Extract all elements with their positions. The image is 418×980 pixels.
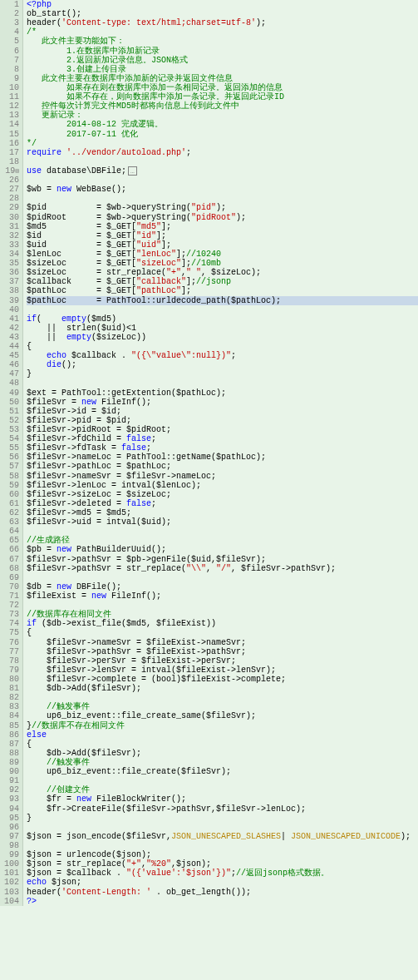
code-line[interactable]: $sizeLoc = $_GET["sizeLoc"];//10mb: [27, 259, 418, 268]
code-line[interactable]: 2014-08-12 完成逻辑。: [27, 120, 418, 129]
code-line[interactable]: || strlen($uid)<1: [27, 324, 418, 333]
code-line[interactable]: $fileSvr->pidRoot = $pidRoot;: [27, 425, 418, 434]
code-line[interactable]: $fileSvr->nameSvr = $fileExist->nameSvr;: [27, 638, 418, 647]
code-line[interactable]: $fileSvr->lenSvr = intval($fileExist->le…: [27, 666, 418, 675]
code-line[interactable]: $fileSvr->md5 = $md5;: [27, 508, 418, 517]
code-line[interactable]: require '../vendor/autoload.php';: [27, 148, 418, 157]
code-line[interactable]: ob_start();: [27, 9, 418, 18]
code-line[interactable]: [27, 573, 418, 582]
code-line[interactable]: 2.返回新加记录信息。JSON格式: [27, 56, 418, 65]
code-line[interactable]: $fileExist = new FileInf();: [27, 591, 418, 601]
code-line[interactable]: $fileSvr->pathSvr = $fileExist->pathSvr;: [27, 647, 418, 656]
code-line[interactable]: */: [27, 139, 418, 148]
code-line[interactable]: {: [27, 342, 418, 351]
code-line[interactable]: $fr->CreateFile($fileSvr->pathSvr,$fileS…: [27, 804, 418, 814]
code-line[interactable]: [27, 823, 418, 832]
code-line[interactable]: $json = $callback . "({'value':'$json'})…: [27, 869, 418, 878]
code-line[interactable]: 控件每次计算完文件MD5时都将向信息上传到此文件中: [27, 101, 418, 111]
code-line[interactable]: $pathLoc = PathTool::urldecode_path($pat…: [27, 296, 418, 305]
code-line[interactable]: use database\DBFile;…: [27, 166, 418, 176]
code-line[interactable]: $pidRoot = $wb->queryString("pidRoot");: [27, 213, 418, 222]
code-line[interactable]: up6_biz_event::file_create_same($fileSvr…: [27, 711, 418, 720]
code-line[interactable]: echo $callback . "({\"value\":null})";: [27, 351, 418, 360]
code-line[interactable]: }: [27, 814, 418, 823]
code-line[interactable]: || empty($sizeLoc)): [27, 333, 418, 342]
code-line[interactable]: up6_biz_event::file_create($fileSvr);: [27, 767, 418, 776]
code-line[interactable]: 如果存在则在数据库中添加一条相同记录。返回添加的信息: [27, 83, 418, 92]
code-line[interactable]: $ext = PathTool::getExtention($pathLoc);: [27, 389, 418, 398]
code-line[interactable]: $id = $_GET["id"];: [27, 231, 418, 240]
code-line[interactable]: $pid = $wb->queryString("pid");: [27, 203, 418, 212]
code-line[interactable]: 更新记录：: [27, 111, 418, 120]
code-line[interactable]: $sizeLoc = str_replace("+"," ", $sizeLoc…: [27, 268, 418, 277]
code-line[interactable]: [27, 527, 418, 536]
code-line[interactable]: $fileSvr->pathSvr = $pb->genFile($uid,$f…: [27, 555, 418, 564]
code-line[interactable]: {: [27, 628, 418, 637]
code-line[interactable]: //数据库存在相同文件: [27, 610, 418, 619]
code-line[interactable]: $db->Add($fileSvr);: [27, 749, 418, 758]
code-line[interactable]: $fileSvr = new FileInf();: [27, 398, 418, 407]
code-line[interactable]: $fileSvr->fdChild = false;: [27, 434, 418, 443]
code-line[interactable]: $fileSvr->deleted = false;: [27, 499, 418, 508]
code-line[interactable]: die();: [27, 360, 418, 369]
code-line[interactable]: $json = urlencode($json);: [27, 850, 418, 859]
code-area[interactable]: <?phpob_start();header('Content-type: te…: [23, 0, 418, 906]
code-line[interactable]: [27, 305, 418, 314]
code-line[interactable]: 3.创建上传目录: [27, 65, 418, 74]
code-line[interactable]: $wb = new WebBase();: [27, 185, 418, 194]
code-line[interactable]: else: [27, 730, 418, 740]
code-line[interactable]: //触发事件: [27, 702, 418, 711]
code-line[interactable]: echo $json;: [27, 878, 418, 887]
code-line[interactable]: $fileSvr->complete = (bool)$fileExist->c…: [27, 675, 418, 684]
code-line[interactable]: [27, 176, 418, 185]
code-line[interactable]: $fileSvr->fdTask = false;: [27, 443, 418, 453]
code-line[interactable]: ?>: [27, 897, 418, 906]
code-line[interactable]: <?php: [27, 0, 418, 9]
code-line[interactable]: [27, 776, 418, 785]
code-line[interactable]: $pathLoc = $_GET["pathLoc"];: [27, 286, 418, 295]
code-line[interactable]: $fileSvr->nameSvr = $fileSvr->nameLoc;: [27, 472, 418, 481]
code-line[interactable]: $lenLoc = $_GET["lenLoc"];//10240: [27, 250, 418, 259]
code-line[interactable]: $json = json_encode($fileSvr,JSON_UNESCA…: [27, 832, 418, 841]
code-line[interactable]: $pb = new PathBuilderUuid();: [27, 545, 418, 554]
code-line[interactable]: $fr = new FileBlockWriter();: [27, 794, 418, 804]
code-line[interactable]: header('Content-Length: ' . ob_get_lengt…: [27, 888, 418, 897]
code-line[interactable]: 此文件主要功能如下：: [27, 37, 418, 46]
code-line[interactable]: $fileSvr->nameLoc = PathTool::getName($p…: [27, 453, 418, 462]
code-line[interactable]: $fileSvr->pathLoc = $pathLoc;: [27, 462, 418, 471]
code-line[interactable]: $fileSvr->lenLoc = intval($lenLoc);: [27, 481, 418, 490]
code-line[interactable]: $callback = $_GET["callback"];//jsonp: [27, 277, 418, 286]
code-line[interactable]: header('Content-type: text/html;charset=…: [27, 18, 418, 27]
code-line[interactable]: //触发事件: [27, 758, 418, 767]
code-line[interactable]: 如果不存在，则向数据库中添加一条记录。并返回此记录ID: [27, 92, 418, 101]
code-line[interactable]: $fileSvr->pid = $pid;: [27, 416, 418, 425]
code-line[interactable]: $db->Add($fileSvr);: [27, 684, 418, 693]
code-line[interactable]: $md5 = $_GET["md5"];: [27, 222, 418, 231]
code-line[interactable]: $db = new DBFile();: [27, 582, 418, 591]
code-line[interactable]: if ($db->exist_file($md5, $fileExist)): [27, 619, 418, 628]
code-line[interactable]: $fileSvr->sizeLoc = $sizeLoc;: [27, 490, 418, 499]
code-line[interactable]: 2017-07-11 优化: [27, 130, 418, 139]
code-line[interactable]: 此文件主要在数据库中添加新的记录并返回文件信息: [27, 74, 418, 83]
code-line[interactable]: [27, 194, 418, 203]
code-line[interactable]: }: [27, 369, 418, 379]
code-line[interactable]: $fileSvr->uid = intval($uid);: [27, 517, 418, 527]
code-line[interactable]: 1.在数据库中添加新记录: [27, 47, 418, 56]
code-line[interactable]: $uid = $_GET["uid"];: [27, 240, 418, 250]
code-line[interactable]: //创建文件: [27, 785, 418, 794]
code-line[interactable]: $fileSvr->perSvr = $fileExist->perSvr;: [27, 656, 418, 666]
code-line[interactable]: [27, 693, 418, 702]
code-line[interactable]: [27, 601, 418, 610]
code-line[interactable]: /*: [27, 27, 418, 37]
code-line[interactable]: $fileSvr->id = $id;: [27, 407, 418, 416]
code-line[interactable]: $fileSvr->pathSvr = str_replace("\\", "/…: [27, 564, 418, 573]
code-line[interactable]: $json = str_replace("+","%20",$json);: [27, 859, 418, 869]
code-line[interactable]: {: [27, 740, 418, 749]
code-line[interactable]: //生成路径: [27, 536, 418, 545]
code-line[interactable]: [27, 379, 418, 388]
code-line[interactable]: [27, 157, 418, 166]
code-line[interactable]: }//数据库不存在相同文件: [27, 721, 418, 730]
code-line[interactable]: [27, 841, 418, 850]
fold-indicator[interactable]: …: [128, 166, 137, 176]
code-line[interactable]: if( empty($md5): [27, 314, 418, 324]
